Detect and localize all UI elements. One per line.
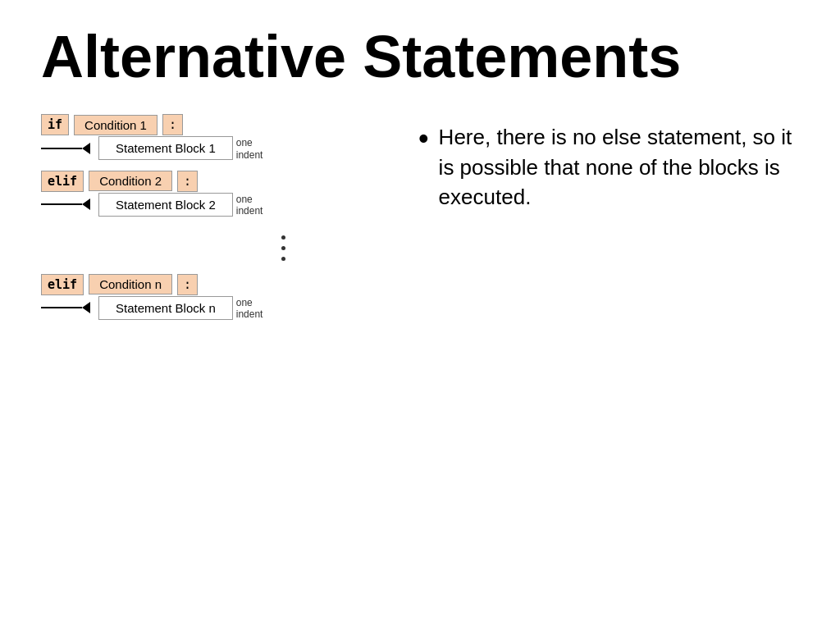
content-area: if Condition 1 : Statement Block 1 onein… bbox=[0, 106, 840, 333]
arrow2-head bbox=[82, 199, 90, 210]
page-title: Alternative Statements bbox=[0, 0, 840, 106]
arrown-line bbox=[41, 302, 90, 313]
arrow1-line bbox=[41, 143, 90, 154]
condition1-box: Condition 1 bbox=[74, 115, 158, 135]
condition2-box: Condition 2 bbox=[89, 171, 172, 191]
elifn-keyword: elif bbox=[41, 274, 84, 295]
arrow1-shaft bbox=[41, 148, 82, 149]
bullet-column: • Here, there is no else statement, so i… bbox=[418, 114, 799, 325]
indentn-label: oneindent bbox=[236, 297, 263, 321]
bullet-point: • Here, there is no else statement, so i… bbox=[418, 122, 799, 212]
colon1-box: : bbox=[162, 114, 183, 135]
elif1-section: elif Condition 2 : Statement Block 2 one… bbox=[41, 171, 386, 217]
if-indent-row: Statement Block 1 oneindent bbox=[41, 135, 386, 161]
dot3 bbox=[281, 257, 285, 261]
bullet-dot-icon: • bbox=[418, 124, 429, 153]
diagram-column: if Condition 1 : Statement Block 1 onein… bbox=[41, 114, 386, 325]
elifn-indent-row: Statement Block n oneindent bbox=[41, 295, 386, 321]
statement1-box: Statement Block 1 bbox=[98, 136, 233, 160]
if-row: if Condition 1 : bbox=[41, 114, 386, 135]
arrown-area bbox=[41, 302, 98, 313]
arrow1-area bbox=[41, 143, 98, 154]
bullet-text: Here, there is no else statement, so it … bbox=[439, 122, 799, 212]
arrow1-head bbox=[82, 143, 90, 154]
arrown-head bbox=[82, 302, 90, 313]
arrown-shaft bbox=[41, 307, 82, 308]
statement2-box: Statement Block 2 bbox=[98, 193, 233, 217]
elif1-indent-row: Statement Block 2 oneindent bbox=[41, 192, 386, 217]
arrow2-shaft bbox=[41, 203, 82, 205]
diagram: if Condition 1 : Statement Block 1 onein… bbox=[41, 114, 386, 325]
indent1-label: oneindent bbox=[236, 137, 263, 161]
dot1 bbox=[281, 235, 285, 240]
elifn-row: elif Condition n : bbox=[41, 274, 386, 295]
arrow2-line bbox=[41, 199, 90, 210]
if-section: if Condition 1 : Statement Block 1 onein… bbox=[41, 114, 386, 161]
indent2-label: oneindent bbox=[236, 194, 263, 217]
colonn-box: : bbox=[177, 274, 198, 295]
elifn-section: elif Condition n : Statement Block n one… bbox=[41, 274, 386, 321]
colon2-box: : bbox=[177, 171, 198, 192]
elif1-keyword: elif bbox=[41, 171, 84, 192]
arrow2-area bbox=[41, 199, 98, 210]
statementn-box: Statement Block n bbox=[98, 296, 233, 320]
elif1-row: elif Condition 2 : bbox=[41, 171, 386, 192]
if-keyword: if bbox=[41, 114, 69, 135]
dot2 bbox=[281, 246, 285, 250]
conditionn-box: Condition n bbox=[89, 274, 172, 294]
dots-area bbox=[180, 227, 386, 269]
